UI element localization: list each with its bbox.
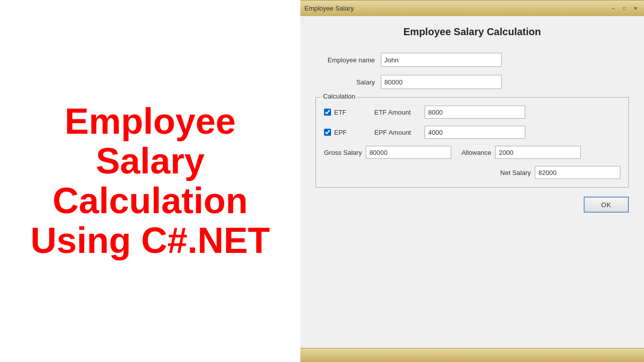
window-controls: – □ ✕ bbox=[609, 5, 640, 13]
etf-amount-label: ETF Amount bbox=[374, 109, 425, 116]
window-bottom-bar bbox=[300, 348, 644, 362]
epf-checkbox-label[interactable]: EPF bbox=[324, 129, 364, 136]
net-salary-label: Net Salary bbox=[500, 169, 531, 176]
epf-checkbox[interactable] bbox=[324, 129, 331, 136]
allowance-input[interactable] bbox=[495, 146, 581, 159]
epf-row: EPF EPF Amount bbox=[324, 126, 620, 139]
form-body: Employee Salary Calculation Employee nam… bbox=[300, 16, 644, 348]
right-panel: Employee Salary – □ ✕ Employee Salary Ca… bbox=[300, 0, 644, 362]
allowance-label: Allowance bbox=[461, 149, 491, 156]
allowance-group: Allowance bbox=[461, 146, 581, 159]
close-button[interactable]: ✕ bbox=[631, 5, 640, 13]
gross-salary-label: Gross Salary bbox=[324, 149, 362, 156]
etf-checkbox-label[interactable]: ETF bbox=[324, 109, 364, 116]
salary-row: Salary bbox=[315, 75, 629, 89]
window-titlebar: Employee Salary – □ ✕ bbox=[300, 0, 644, 16]
ok-row: OK bbox=[315, 197, 629, 213]
net-salary-row: Net Salary bbox=[324, 166, 620, 179]
window-title: Employee Salary bbox=[304, 5, 354, 12]
salary-label: Salary bbox=[315, 78, 381, 86]
calculation-group-label: Calculation bbox=[321, 93, 357, 100]
minimize-button[interactable]: – bbox=[609, 5, 618, 13]
etf-checkbox[interactable] bbox=[324, 109, 331, 116]
maximize-button[interactable]: □ bbox=[620, 5, 629, 13]
etf-row: ETF ETF Amount bbox=[324, 106, 620, 119]
employee-name-input[interactable] bbox=[381, 53, 502, 67]
net-salary-input[interactable] bbox=[535, 166, 620, 179]
employee-name-row: Employee name bbox=[315, 53, 629, 67]
epf-amount-input[interactable] bbox=[425, 126, 525, 139]
etf-label: ETF bbox=[334, 109, 347, 116]
salary-input[interactable] bbox=[381, 75, 502, 89]
epf-label: EPF bbox=[334, 129, 347, 136]
gross-salary-group: Gross Salary bbox=[324, 146, 451, 159]
gross-salary-input[interactable] bbox=[366, 146, 451, 159]
calculation-group: Calculation ETF ETF Amount EPF EPF Amoun… bbox=[315, 97, 629, 188]
etf-amount-input[interactable] bbox=[425, 106, 525, 119]
gross-allowance-row: Gross Salary Allowance bbox=[324, 146, 620, 159]
employee-name-label: Employee name bbox=[315, 56, 381, 64]
left-title: Employee Salary Calculation Using C#.NET bbox=[10, 102, 290, 261]
epf-amount-label: EPF Amount bbox=[374, 129, 425, 136]
ok-button[interactable]: OK bbox=[584, 197, 629, 213]
form-heading: Employee Salary Calculation bbox=[315, 26, 629, 38]
left-panel: Employee Salary Calculation Using C#.NET bbox=[0, 0, 300, 362]
